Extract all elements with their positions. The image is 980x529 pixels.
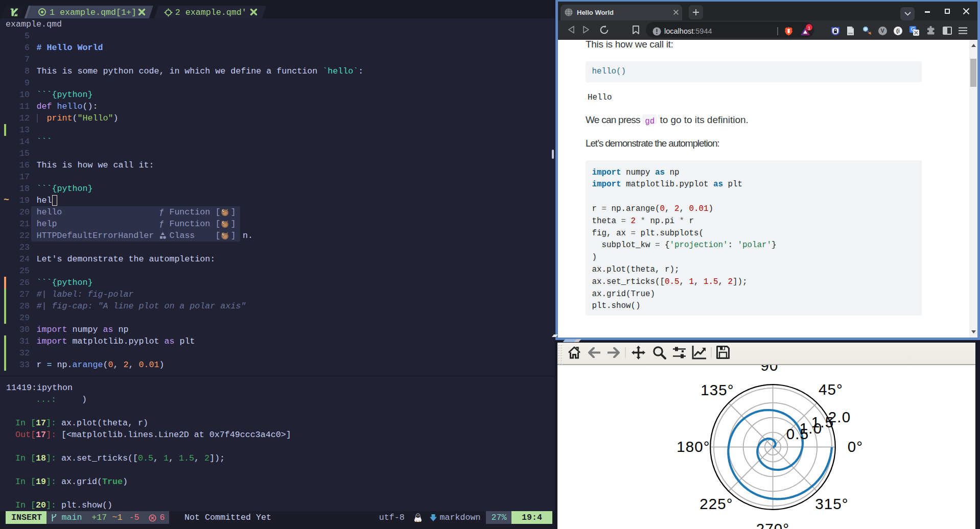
svg-text:225°: 225° bbox=[699, 495, 733, 512]
svg-text:180°: 180° bbox=[676, 438, 710, 455]
svg-text:315°: 315° bbox=[815, 495, 848, 512]
svg-text:135°: 135° bbox=[701, 381, 734, 398]
svg-text:2.0: 2.0 bbox=[828, 408, 851, 425]
svg-text:45°: 45° bbox=[819, 381, 843, 398]
svg-text:90°: 90° bbox=[761, 365, 785, 374]
svg-text:0°: 0° bbox=[848, 438, 863, 455]
svg-text:270°: 270° bbox=[756, 520, 789, 529]
